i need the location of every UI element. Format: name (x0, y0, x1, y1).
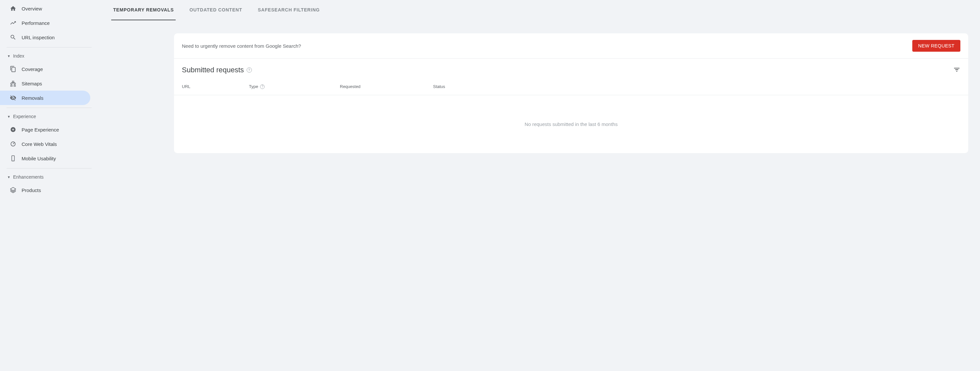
section-title-text: Submitted requests (182, 66, 244, 74)
sidebar-item-label: Performance (22, 20, 50, 26)
removals-card: Need to urgently remove content from Goo… (174, 33, 968, 153)
empty-state: No requests submitted in the last 6 mont… (174, 95, 968, 153)
section-title-row: Submitted requests ? (182, 66, 960, 74)
sidebar-item-label: Sitemaps (22, 81, 42, 86)
chevron-down-icon: ▼ (7, 115, 11, 118)
table-header-type-label: Type (249, 84, 258, 89)
section-title: Submitted requests ? (182, 66, 252, 74)
table-header-status: Status (433, 84, 960, 89)
sidebar-item-label: Coverage (22, 67, 43, 72)
sidebar: Overview Performance URL inspection ▼ In… (0, 0, 92, 371)
help-icon[interactable]: ? (247, 67, 252, 73)
sidebar-section-label: Index (13, 53, 24, 59)
main-content: Temporary Removals Outdated Content Safe… (92, 0, 980, 371)
divider (6, 108, 92, 108)
sidebar-item-sitemaps[interactable]: Sitemaps (0, 76, 90, 91)
eyeoff-icon (10, 94, 16, 101)
tab-safesearch-filtering[interactable]: SafeSearch filtering (256, 0, 321, 20)
sidebar-item-page-experience[interactable]: Page Experience (0, 123, 90, 137)
banner-text: Need to urgently remove content from Goo… (182, 43, 301, 49)
sidebar-item-label: Core Web Vitals (22, 141, 57, 147)
sidebar-item-core-web-vitals[interactable]: Core Web Vitals (0, 137, 90, 151)
tab-temporary-removals[interactable]: Temporary Removals (111, 0, 176, 20)
sidebar-section-label: Experience (13, 114, 36, 119)
sidebar-section-index[interactable]: ▼ Index (0, 50, 92, 62)
sidebar-item-label: Removals (22, 95, 43, 101)
home-icon (10, 5, 16, 12)
table-header-type: Type ? (249, 84, 340, 89)
sidebar-item-removals[interactable]: Removals (0, 91, 90, 105)
tab-outdated-content[interactable]: Outdated Content (188, 0, 244, 20)
sidebar-item-overview[interactable]: Overview (0, 1, 90, 16)
chevron-down-icon: ▼ (7, 54, 11, 58)
gauge-icon (10, 141, 16, 147)
search-icon (10, 34, 16, 41)
sidebar-item-label: Products (22, 188, 41, 193)
filter-icon[interactable] (953, 66, 960, 74)
sitemap-icon (10, 80, 16, 87)
divider (6, 168, 92, 169)
sidebar-item-products[interactable]: Products (0, 183, 90, 197)
circleplus-icon (10, 126, 16, 133)
sidebar-item-label: Overview (22, 6, 42, 11)
sidebar-item-coverage[interactable]: Coverage (0, 62, 90, 76)
layers-icon (10, 187, 16, 193)
card-section: Submitted requests ? (174, 59, 968, 74)
sidebar-item-performance[interactable]: Performance (0, 16, 90, 30)
table-header-row: URL Type ? Requested Status (174, 74, 968, 95)
phone-icon (10, 155, 16, 162)
sidebar-section-label: Enhancements (13, 174, 43, 180)
sidebar-section-experience[interactable]: ▼ Experience (0, 111, 92, 123)
sidebar-item-label: Mobile Usability (22, 156, 56, 161)
copy-icon (10, 66, 16, 72)
sidebar-section-enhancements[interactable]: ▼ Enhancements (0, 171, 92, 183)
table-header-requested: Requested (340, 84, 433, 89)
trend-icon (10, 20, 16, 26)
chevron-down-icon: ▼ (7, 175, 11, 179)
sidebar-item-label: Page Experience (22, 127, 59, 132)
sidebar-item-url-inspection[interactable]: URL inspection (0, 30, 90, 45)
table-header-url: URL (182, 84, 249, 89)
new-request-button[interactable]: NEW REQUEST (912, 40, 960, 52)
svg-point-2 (13, 160, 13, 161)
card-header: Need to urgently remove content from Goo… (174, 33, 968, 59)
divider (6, 47, 92, 48)
sidebar-item-label: URL inspection (22, 35, 55, 40)
sidebar-item-mobile-usability[interactable]: Mobile Usability (0, 151, 90, 166)
help-icon[interactable]: ? (260, 84, 265, 89)
tabs: Temporary Removals Outdated Content Safe… (111, 0, 968, 20)
